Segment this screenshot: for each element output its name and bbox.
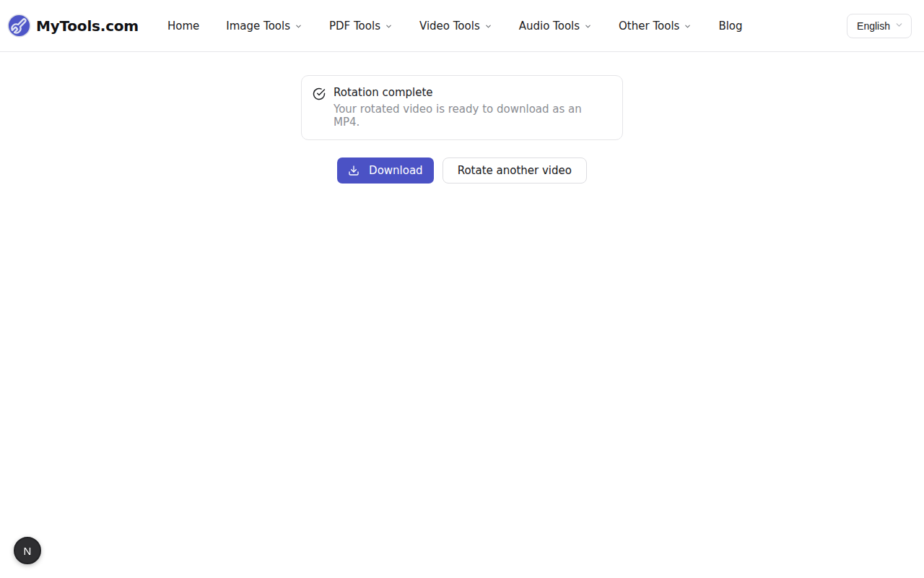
rotate-another-video-button[interactable]: Rotate another video xyxy=(443,158,587,184)
status-card-text: Rotation complete Your rotated video is … xyxy=(334,86,611,129)
nav-item-other-tools[interactable]: Other Tools xyxy=(619,20,692,33)
user-avatar[interactable]: N xyxy=(14,537,41,564)
chevron-down-icon xyxy=(385,22,393,30)
main-content: Rotation complete Your rotated video is … xyxy=(0,52,924,184)
nav-item-pdf-tools[interactable]: PDF Tools xyxy=(329,20,393,33)
download-button-label: Download xyxy=(369,164,423,177)
rotate-another-video-label: Rotate another video xyxy=(458,164,572,177)
chevron-down-icon xyxy=(295,22,302,30)
check-circle-icon xyxy=(313,87,326,100)
avatar-initial: N xyxy=(24,545,32,557)
brand-logo[interactable]: MyTools.com xyxy=(7,14,139,38)
nav-label: Audio Tools xyxy=(519,20,580,33)
language-selector[interactable]: English xyxy=(847,14,912,38)
chevron-down-icon xyxy=(584,22,592,30)
nav-label: Blog xyxy=(718,20,742,33)
download-icon xyxy=(348,165,359,176)
status-title: Rotation complete xyxy=(334,86,611,99)
header: MyTools.com Home Image Tools PDF Tools V… xyxy=(0,0,924,52)
nav-item-video-tools[interactable]: Video Tools xyxy=(419,20,492,33)
chevron-down-icon xyxy=(484,22,492,30)
status-card: Rotation complete Your rotated video is … xyxy=(301,75,623,140)
wrench-icon xyxy=(7,14,31,38)
nav-item-home[interactable]: Home xyxy=(167,20,199,33)
nav-item-image-tools[interactable]: Image Tools xyxy=(226,20,302,33)
chevron-down-icon xyxy=(894,20,904,32)
nav-label: Video Tools xyxy=(419,20,480,33)
chevron-down-icon xyxy=(684,22,692,30)
nav-label: PDF Tools xyxy=(329,20,380,33)
download-button[interactable]: Download xyxy=(337,158,434,184)
nav-item-audio-tools[interactable]: Audio Tools xyxy=(519,20,592,33)
brand-title: MyTools.com xyxy=(36,17,139,35)
nav-item-blog[interactable]: Blog xyxy=(718,20,742,33)
nav-label: Other Tools xyxy=(619,20,679,33)
nav-label: Image Tools xyxy=(226,20,290,33)
nav-label: Home xyxy=(167,20,199,33)
action-buttons: Download Rotate another video xyxy=(0,158,924,184)
main-nav: Home Image Tools PDF Tools Video Tools A… xyxy=(167,20,743,33)
language-selected-label: English xyxy=(857,20,890,32)
status-message: Your rotated video is ready to download … xyxy=(334,103,611,129)
